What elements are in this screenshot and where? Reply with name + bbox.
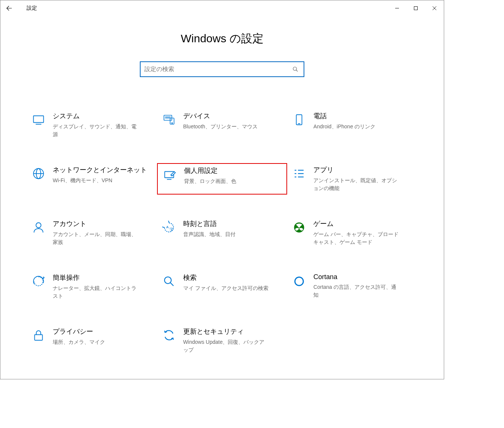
tile-accounts[interactable]: アカウントアカウント、メール、同期、職場、家族 [27,217,157,248]
tile-cortana[interactable]: CortanaCortana の言語、アクセス許可、通知 [287,271,418,302]
svg-point-27 [36,223,41,228]
titlebar: 設定 [0,0,444,16]
accounts-icon [30,219,47,236]
search-box[interactable] [140,61,304,77]
page-title: Windows の設定 [0,31,444,46]
tile-title: プライバシー [53,327,105,336]
svg-line-5 [296,70,298,71]
close-button[interactable] [425,1,444,15]
tile-text: 時刻と言語音声認識、地域、日付 [183,219,236,238]
tile-title: ゲーム [313,219,399,228]
tile-system[interactable]: システムディスプレイ、サウンド、通知、電源 [27,109,157,141]
personalization-icon [162,166,178,183]
svg-rect-35 [35,335,43,340]
tile-description: 音声認識、地域、日付 [183,230,236,238]
tile-description: Windows Update、回復、バックアップ [183,338,269,354]
tile-title: 簡単操作 [53,273,139,282]
tile-title: 時刻と言語 [183,219,236,228]
svg-point-10 [172,123,172,123]
svg-line-33 [170,283,173,286]
svg-text:字: 字 [169,227,173,232]
system-icon [30,111,47,128]
network-icon [30,165,47,182]
back-icon [6,5,12,12]
tile-text: 簡単操作ナレーター、拡大鏡、ハイコントラスト [53,273,139,300]
settings-grid: システムディスプレイ、サウンド、通知、電源デバイスBluetooth、プリンター… [0,109,444,356]
search-wrap [0,61,444,77]
tile-search[interactable]: 検索マイ ファイル、アクセス許可の検索 [157,271,288,302]
tile-title: アカウント [53,219,139,228]
tile-text: アカウントアカウント、メール、同期、職場、家族 [53,219,139,246]
devices-icon [161,111,177,128]
phone-icon [291,111,307,128]
minimize-button[interactable] [388,1,406,15]
tile-phone[interactable]: 電話Android、iPhone のリンク [287,109,418,141]
svg-rect-1 [414,7,418,10]
window-controls [388,1,444,15]
tile-text: CortanaCortana の言語、アクセス許可、通知 [313,273,399,299]
tile-title: 個人用設定 [184,166,236,175]
tile-description: 場所、カメラ、マイク [53,338,105,346]
svg-rect-13 [296,115,302,125]
tile-text: 電話Android、iPhone のリンク [313,111,375,131]
tile-text: ゲームゲーム バー、キャプチャ、ブロードキャスト、ゲーム モード [313,219,399,246]
tile-privacy[interactable]: プライバシー場所、カメラ、マイク [27,325,157,356]
tile-text: 個人用設定背景、ロック画面、色 [184,166,236,185]
tile-ease[interactable]: 簡単操作ナレーター、拡大鏡、ハイコントラスト [27,271,157,302]
tile-description: アカウント、メール、同期、職場、家族 [53,230,139,246]
cortana-icon [291,273,307,290]
maximize-button[interactable] [406,1,425,15]
tile-text: 更新とセキュリティWindows Update、回復、バックアップ [183,327,269,354]
tile-time[interactable]: A字時刻と言語音声認識、地域、日付 [157,217,288,248]
tile-description: Android、iPhone のリンク [313,123,375,131]
search-icon-wrap [291,66,300,72]
tile-title: デバイス [183,111,258,120]
tile-description: Bluetooth、プリンター、マウス [183,123,258,131]
minimize-icon [395,6,399,10]
tile-description: マイ ファイル、アクセス許可の検索 [183,284,268,292]
svg-point-4 [293,67,296,70]
tile-gaming[interactable]: ゲームゲーム バー、キャプチャ、ブロードキャスト、ゲーム モード [287,217,418,248]
tile-title: アプリ [313,165,399,174]
titlebar-left: 設定 [0,0,37,16]
tile-personalization[interactable]: 個人用設定背景、ロック画面、色 [157,163,288,195]
tile-devices[interactable]: デバイスBluetooth、プリンター、マウス [157,109,288,141]
ease-icon [30,273,47,290]
tile-description: ゲーム バー、キャプチャ、ブロードキャスト、ゲーム モード [313,230,399,246]
tile-text: アプリアンインストール、既定値、オプションの機能 [313,165,399,192]
tile-update[interactable]: 更新とセキュリティWindows Update、回復、バックアップ [157,325,288,356]
search-input[interactable] [144,66,291,73]
tile-description: Cortana の言語、アクセス許可、通知 [313,283,399,299]
time-icon: A字 [161,219,177,236]
tile-network[interactable]: ネットワークとインターネットWi-Fi、機内モード、VPN [27,163,157,195]
tile-description: ナレーター、拡大鏡、ハイコントラスト [53,284,139,300]
tile-title: 検索 [183,273,268,282]
tile-title: システム [53,111,139,120]
close-icon [432,6,437,10]
back-button[interactable] [0,0,18,16]
window-title: 設定 [27,5,37,12]
svg-point-34 [295,277,304,286]
gaming-icon [291,219,307,236]
tile-text: デバイスBluetooth、プリンター、マウス [183,111,258,131]
svg-rect-6 [34,116,44,123]
tile-description: ディスプレイ、サウンド、通知、電源 [53,123,139,138]
tile-apps[interactable]: アプリアンインストール、既定値、オプションの機能 [287,163,418,195]
maximize-icon [414,6,418,10]
tile-text: ネットワークとインターネットWi-Fi、機内モード、VPN [53,165,147,184]
search-icon [292,66,298,72]
search-page-icon [161,273,177,290]
svg-text:A: A [166,225,169,229]
tile-text: 検索マイ ファイル、アクセス許可の検索 [183,273,268,292]
tile-text: プライバシー場所、カメラ、マイク [53,327,105,346]
tile-title: 更新とセキュリティ [183,327,269,336]
tile-title: 電話 [313,111,375,120]
tile-description: アンインストール、既定値、オプションの機能 [313,177,399,192]
tile-description: Wi-Fi、機内モード、VPN [53,177,139,184]
apps-icon [291,165,307,182]
tile-text: システムディスプレイ、サウンド、通知、電源 [53,111,139,138]
privacy-icon [30,327,47,343]
svg-point-32 [165,277,171,284]
tile-title: Cortana [313,273,399,281]
tile-title: ネットワークとインターネット [53,165,147,174]
